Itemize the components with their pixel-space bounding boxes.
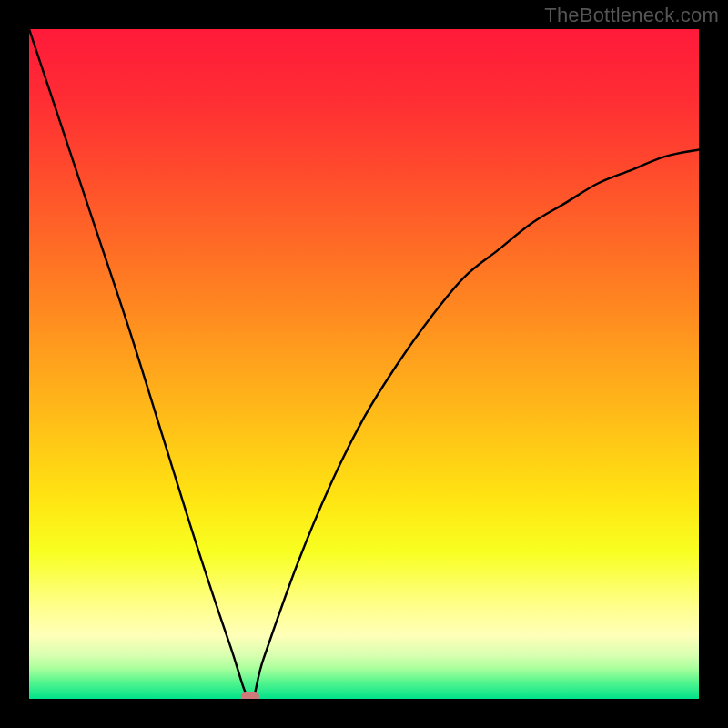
- chart-background-gradient: [29, 29, 699, 699]
- minimum-marker: [241, 692, 259, 699]
- chart-plot-area: [29, 29, 699, 699]
- chart-svg: [29, 29, 699, 699]
- watermark-text: TheBottleneck.com: [544, 4, 719, 27]
